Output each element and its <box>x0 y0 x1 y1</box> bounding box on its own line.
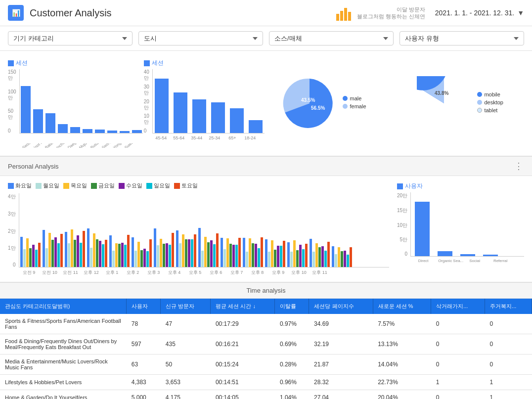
weekly-legend-item: 수요일 <box>119 182 142 189</box>
table-row: Home & Garden/Do It Yourself/ers5,0004,1… <box>0 390 532 399</box>
th-category: 관심도 카테고리(도달범위) <box>0 299 127 314</box>
weekly-bar <box>149 239 152 267</box>
weekly-bar <box>287 242 290 267</box>
bar-group <box>109 235 130 267</box>
table-cell: 00:14:05 <box>211 390 275 399</box>
weekly-bar <box>51 240 54 267</box>
weekly-legend-color <box>119 183 125 189</box>
age-x-label: 25-34 <box>208 135 222 140</box>
weekly-x-label: 오후 8 <box>248 269 267 276</box>
city-x-labels: Seoul(not set)BatamIncheonDaeguMuju-gunB… <box>19 143 143 148</box>
weekly-bar <box>318 247 321 267</box>
weekly-bar <box>179 243 181 267</box>
weekly-legend-label: 목요일 <box>71 182 87 189</box>
weekly-bar <box>243 238 245 267</box>
weekly-bar <box>65 232 67 267</box>
weekly-legend: 화요일월요일목요일금요일수요일일요일토요일 <box>8 182 389 189</box>
table-header-row: 관심도 카테고리(도달범위) 사용자 신규 방문자 평균 세션 시간 ↓ 이탈률… <box>0 299 532 314</box>
weekly-bar <box>344 251 346 267</box>
table-cell: 1 <box>485 375 532 390</box>
weekly-bar <box>137 242 140 267</box>
weekly-bar <box>121 243 124 267</box>
user-type-filter[interactable]: 사용자 유형 <box>399 31 524 45</box>
date-range: 2021. 1. 1. - 2021. 12. 31. <box>435 9 514 17</box>
weekly-bar <box>232 245 235 267</box>
city-filter[interactable]: 도시 <box>138 31 263 45</box>
weekly-bar <box>163 244 165 267</box>
date-range-dropdown[interactable]: ▼ <box>517 9 524 17</box>
table-head: 관심도 카테고리(도달범위) 사용자 신규 방문자 평균 세션 시간 ↓ 이탈률… <box>0 299 532 314</box>
weekly-bar <box>77 235 79 267</box>
weekly-bar <box>305 244 308 267</box>
th-avg-session[interactable]: 평균 세션 시간 ↓ <box>211 299 275 314</box>
weekly-bar <box>169 245 171 267</box>
weekly-legend-color <box>91 183 97 189</box>
weekly-bar <box>238 238 241 267</box>
charts-row: 세션 150만 100만 50만 0 Seoul(not set)BatamIn… <box>0 51 532 156</box>
weekly-legend-color <box>8 183 14 189</box>
weekly-x-label: 오후 12 <box>82 269 101 276</box>
table-cell: 78 <box>127 314 161 334</box>
male-dot <box>343 96 348 101</box>
weekly-bar <box>191 239 193 267</box>
age-x-label: 18-24 <box>243 135 257 140</box>
weekly-bar <box>160 239 162 267</box>
age-bar <box>174 92 187 133</box>
weekly-legend-item: 목요일 <box>63 182 87 189</box>
age-bar <box>230 108 244 133</box>
weekly-bar <box>185 239 187 267</box>
city-chart-legend: 세션 <box>8 59 136 67</box>
weekly-x-label: 오전 10 <box>41 269 59 276</box>
svg-rect-2 <box>344 8 347 21</box>
city-bar <box>33 109 43 133</box>
weekly-legend-label: 일요일 <box>154 182 170 189</box>
header-center-text: 이달 방문자 블로그처럼 행동하는 신체연 <box>357 6 425 20</box>
gender-legend: male female <box>343 95 366 111</box>
weekly-bar <box>93 233 95 267</box>
gender-legend-female: female <box>343 103 366 109</box>
bar-group <box>65 229 85 267</box>
bar-group <box>265 239 285 267</box>
age-x-labels: 45-5455-6435-4425-3465+18-24 <box>152 135 265 140</box>
th-col8: 삭거래가지... <box>431 299 485 314</box>
data-table-container: 관심도 카테고리(도달범위) 사용자 신규 방문자 평균 세션 시간 ↓ 이탈률… <box>0 299 532 399</box>
weekly-bar <box>255 244 257 267</box>
weekly-bars <box>19 193 389 267</box>
weekly-bar <box>87 228 89 267</box>
th-new-visitors: 신규 방문자 <box>161 299 211 314</box>
device-category-filter[interactable]: 기기 카테고리 <box>8 31 133 45</box>
weekly-legend-label: 금요일 <box>98 182 115 189</box>
device-pie: 55.3% 43.8% <box>417 76 471 131</box>
weekly-bar <box>252 243 254 267</box>
table-row: Sports & Fitness/Sports Fans/American Fo… <box>0 314 532 334</box>
bar-group <box>287 240 308 267</box>
weekly-bar <box>235 245 238 267</box>
weekly-x-label: 오후 11 <box>310 269 329 276</box>
personal-analysis-menu[interactable]: ⋮ <box>514 161 524 172</box>
app-logo: 📊 <box>8 5 24 21</box>
weekly-bar <box>299 245 302 267</box>
weekly-bar <box>127 235 130 267</box>
weekly-x-label: 오후 1 <box>103 269 122 276</box>
weekly-bar <box>324 251 327 267</box>
weekly-bar <box>246 252 248 267</box>
weekly-bar <box>109 235 112 267</box>
source-filter[interactable]: 소스/매체 <box>269 31 394 45</box>
weekly-bar <box>283 241 285 267</box>
city-x-label: Suwon-si <box>124 143 134 148</box>
table-cell: 28.32 <box>309 375 373 390</box>
bar-group <box>154 228 174 267</box>
weekly-bar <box>302 249 305 267</box>
table-cell: 00:17:29 <box>211 314 275 334</box>
th-bounce: 이탈률 <box>275 299 309 314</box>
city-x-label: (not set) <box>33 143 43 148</box>
source-legend-dot <box>397 183 403 189</box>
weekly-bar <box>48 233 51 267</box>
weekly-bar <box>124 245 127 267</box>
city-y-axis: 150만 100만 50만 0 <box>8 69 16 133</box>
weekly-bar <box>132 237 134 267</box>
age-bar <box>155 79 169 133</box>
bar-group <box>243 237 263 267</box>
table-cell: Food & Dining/Frequently Dines Out/Diner… <box>0 334 127 355</box>
weekly-bar <box>45 248 48 267</box>
